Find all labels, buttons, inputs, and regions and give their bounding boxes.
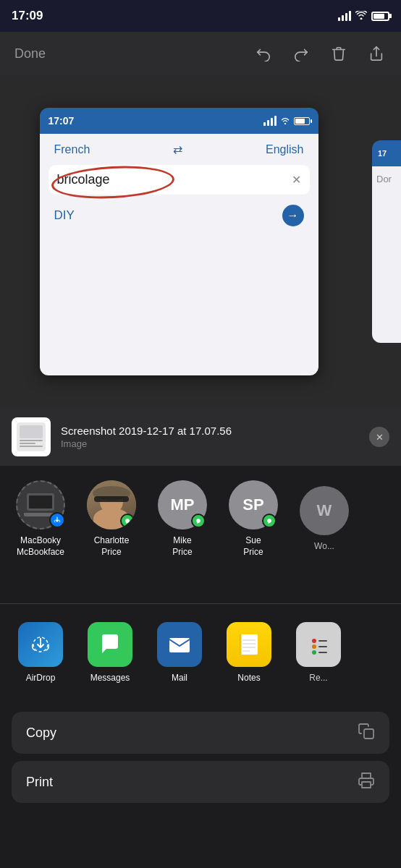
contact-item-charlotte[interactable]: CharlottePrice bbox=[83, 480, 140, 558]
translation-result-row: DIY → bbox=[40, 195, 318, 237]
print-button[interactable]: Print bbox=[12, 761, 389, 803]
delete-button[interactable] bbox=[329, 43, 349, 64]
contact-item-mike[interactable]: MP MikePrice bbox=[153, 480, 211, 558]
svg-point-14 bbox=[312, 644, 316, 649]
done-button[interactable]: Done bbox=[14, 46, 46, 61]
status-time: 17:09 bbox=[12, 9, 43, 23]
print-icon bbox=[358, 772, 375, 793]
from-language: French bbox=[54, 143, 90, 156]
clear-button[interactable]: ✕ bbox=[292, 173, 301, 187]
contact-name-charlotte: CharlottePrice bbox=[94, 535, 130, 558]
translation-header: French ⇄ English bbox=[40, 134, 318, 165]
contact-avatar-sue: SP bbox=[229, 480, 278, 529]
go-button[interactable]: → bbox=[282, 205, 304, 226]
copy-button[interactable]: Copy bbox=[12, 712, 389, 754]
signal-icon bbox=[338, 11, 351, 21]
app-card-time: 17:07 bbox=[48, 115, 75, 127]
preview-area: 17:07 bbox=[0, 75, 401, 408]
svg-rect-19 bbox=[364, 729, 373, 739]
contact-name-macbooky: MacBookyMcBookface bbox=[17, 535, 64, 558]
svg-point-15 bbox=[312, 650, 316, 655]
notes-app-icon bbox=[227, 622, 271, 667]
undo-button[interactable] bbox=[253, 43, 274, 64]
app-card: 17:07 bbox=[40, 108, 318, 375]
contact-avatar-mike: MP bbox=[158, 480, 207, 529]
action-section: Copy Print bbox=[0, 712, 401, 803]
print-label: Print bbox=[26, 775, 53, 790]
translation-result: DIY bbox=[54, 208, 282, 223]
file-type: Image bbox=[61, 438, 359, 449]
svg-point-13 bbox=[312, 639, 316, 643]
file-thumbnail bbox=[12, 417, 51, 456]
airdrop-label: AirDrop bbox=[26, 673, 56, 683]
file-name: Screenshot 2019-12-17 at 17.07.56 bbox=[61, 425, 359, 437]
battery-icon bbox=[371, 12, 389, 21]
contact-avatar-partial: W bbox=[300, 486, 349, 535]
svg-rect-20 bbox=[362, 782, 371, 788]
copy-icon bbox=[358, 723, 375, 744]
partial-card-body: Dor bbox=[372, 166, 401, 343]
contact-item-sue[interactable]: SP SuePrice bbox=[224, 480, 282, 558]
redo-button[interactable] bbox=[291, 43, 311, 64]
translation-input-row: bricolage ✕ bbox=[48, 165, 310, 195]
translation-input: bricolage bbox=[57, 172, 292, 187]
app-item-messages[interactable]: Messages bbox=[81, 622, 139, 683]
mail-app-icon bbox=[157, 622, 202, 667]
messages-label: Messages bbox=[90, 673, 130, 683]
file-thumbnail-inner bbox=[17, 422, 46, 451]
app-item-mail[interactable]: Mail bbox=[151, 622, 208, 683]
contact-name-partial: Wo... bbox=[314, 541, 334, 553]
messages-badge-sue bbox=[262, 514, 277, 528]
file-info-row: Screenshot 2019-12-17 at 17.07.56 Image … bbox=[0, 408, 401, 466]
partial-card-header: 17 bbox=[372, 140, 401, 166]
reminders-label: Re... bbox=[309, 673, 327, 683]
svg-rect-6 bbox=[240, 634, 258, 655]
reminders-app-icon bbox=[296, 622, 341, 667]
wifi-icon bbox=[355, 10, 367, 22]
contact-item-partial[interactable]: W Wo... bbox=[295, 486, 353, 553]
mail-label: Mail bbox=[172, 673, 187, 683]
contact-item-macbooky[interactable]: MacBookyMcBookface bbox=[12, 480, 69, 558]
airdrop-app-icon bbox=[18, 622, 63, 667]
copy-label: Copy bbox=[26, 726, 56, 741]
contact-avatar-charlotte bbox=[87, 480, 136, 529]
toolbar: Done bbox=[0, 32, 401, 75]
messages-app-icon bbox=[88, 622, 132, 667]
partial-card: 17 Dor bbox=[372, 140, 401, 343]
toolbar-actions bbox=[253, 43, 387, 64]
contact-name-sue: SuePrice bbox=[243, 535, 263, 558]
app-item-reminders[interactable]: Re... bbox=[290, 622, 347, 683]
swap-languages-icon: ⇄ bbox=[173, 142, 182, 156]
notes-label: Notes bbox=[237, 673, 260, 683]
messages-badge-mike bbox=[191, 514, 206, 528]
messages-badge-charlotte bbox=[120, 514, 135, 528]
app-card-status: 17:07 bbox=[40, 108, 318, 134]
airdrop-badge-icon bbox=[49, 512, 65, 528]
app-item-notes[interactable]: Notes bbox=[220, 622, 278, 683]
file-info-text: Screenshot 2019-12-17 at 17.07.56 Image bbox=[61, 425, 359, 449]
app-card-body: French ⇄ English bricolage ✕ DIY → bbox=[40, 134, 318, 375]
contact-name-mike: MikePrice bbox=[172, 535, 192, 558]
status-bar: 17:09 bbox=[0, 0, 401, 32]
share-button[interactable] bbox=[366, 43, 387, 64]
status-icons bbox=[338, 10, 389, 22]
app-card-status-icons bbox=[263, 116, 310, 126]
apps-row: AirDrop Messages Mail bbox=[0, 603, 401, 697]
app-item-airdrop[interactable]: AirDrop bbox=[12, 622, 69, 683]
to-language: English bbox=[266, 143, 303, 156]
contact-avatar-macbooky bbox=[16, 480, 65, 529]
contacts-row: MacBookyMcBookface CharlottePrice bbox=[0, 466, 401, 567]
file-close-button[interactable]: ✕ bbox=[369, 427, 389, 447]
svg-rect-12 bbox=[308, 634, 329, 655]
